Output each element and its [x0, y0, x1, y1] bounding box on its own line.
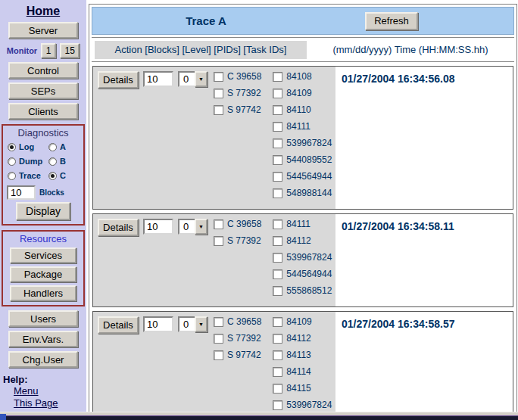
seps-button[interactable]: SEPs [8, 82, 78, 99]
handlers-button[interactable]: Handlers [10, 285, 76, 301]
checkbox-item[interactable]: 84109 [273, 88, 335, 98]
chevron-down-icon[interactable]: ▼ [195, 71, 208, 87]
help-link-menu[interactable]: Menu [14, 385, 86, 397]
checkbox[interactable] [214, 350, 223, 360]
blocks-input[interactable] [143, 316, 173, 332]
users-button[interactable]: Users [8, 310, 78, 327]
home-link[interactable]: Home [27, 5, 60, 18]
radio-dump[interactable]: Dump [8, 157, 48, 166]
package-button[interactable]: Package [10, 266, 76, 282]
checkbox-item[interactable]: 84108 [273, 71, 335, 82]
checkbox-item[interactable]: S 77392 [214, 333, 268, 344]
checkbox-label: 84113 [286, 350, 310, 360]
checkbox-item[interactable]: 539967824 [273, 138, 335, 148]
chg-user-button[interactable]: Chg.User [8, 351, 78, 368]
checkbox[interactable] [273, 188, 282, 198]
checkbox[interactable] [214, 334, 223, 344]
checkbox[interactable] [273, 400, 282, 410]
checkbox-item[interactable]: C 39658 [214, 71, 268, 82]
monitor-1-button[interactable]: 1 [41, 43, 56, 58]
radio-icon[interactable] [48, 157, 57, 166]
radio-icon[interactable] [48, 143, 57, 151]
checkbox[interactable] [273, 219, 282, 229]
level-select[interactable]: 0 ▼ [178, 71, 208, 87]
radio-icon[interactable] [8, 157, 16, 166]
checkbox-item[interactable]: C 39658 [214, 316, 268, 327]
checkbox[interactable] [273, 350, 282, 360]
checkbox[interactable] [273, 286, 282, 296]
services-button[interactable]: Services [10, 247, 76, 263]
radio-b[interactable]: B [48, 157, 79, 166]
checkbox-item[interactable]: 84112 [273, 333, 335, 344]
checkbox[interactable] [214, 89, 223, 98]
checkbox-item[interactable]: S 97742 [214, 350, 268, 360]
checkbox-item[interactable]: 84113 [273, 350, 335, 360]
checkbox[interactable] [273, 253, 282, 263]
checkbox[interactable] [273, 89, 282, 98]
help-link-this-page[interactable]: This Page [14, 397, 86, 409]
checkbox[interactable] [273, 138, 282, 148]
blocks-count-input[interactable] [7, 185, 36, 200]
details-button[interactable]: Details [98, 71, 139, 89]
checkbox[interactable] [273, 269, 282, 279]
blocks-input[interactable] [143, 219, 173, 235]
checkbox[interactable] [273, 72, 282, 82]
blocks-input[interactable] [143, 71, 173, 87]
checkbox[interactable] [273, 155, 282, 165]
checkbox-item[interactable]: 84111 [273, 219, 335, 229]
checkbox[interactable] [273, 122, 282, 132]
level-select[interactable]: 0 ▼ [178, 316, 208, 332]
radio-icon[interactable] [8, 143, 16, 151]
checkbox-label: 544564944 [286, 269, 332, 279]
checkbox-item[interactable]: 539967824 [273, 252, 335, 263]
radio-icon[interactable] [48, 172, 57, 180]
checkbox-item[interactable]: 84112 [273, 235, 335, 246]
checkbox-item[interactable]: 544564944 [273, 171, 335, 182]
checkbox[interactable] [273, 384, 282, 394]
checkbox-item[interactable]: C 39658 [214, 219, 268, 229]
checkbox-item[interactable]: 84114 [273, 366, 335, 377]
checkbox[interactable] [214, 317, 223, 327]
display-button[interactable]: Display [16, 202, 70, 220]
level-value: 0 [178, 316, 195, 332]
radio-trace[interactable]: Trace [8, 171, 48, 180]
checkbox-item[interactable]: 544564944 [273, 269, 335, 279]
checkbox-item[interactable]: 544089552 [273, 154, 335, 165]
control-button[interactable]: Control [8, 62, 78, 79]
checkbox-item[interactable]: 539967824 [273, 400, 335, 410]
checkbox[interactable] [214, 105, 223, 115]
checkbox-item[interactable]: 84109 [273, 316, 335, 327]
monitor-15-button[interactable]: 15 [60, 43, 80, 58]
checkbox-item[interactable]: S 97742 [214, 104, 268, 115]
chevron-down-icon[interactable]: ▼ [195, 219, 208, 235]
radio-log[interactable]: Log [8, 142, 48, 151]
checkbox[interactable] [214, 219, 223, 229]
checkbox[interactable] [273, 236, 282, 246]
radio-c[interactable]: C [48, 171, 79, 180]
checkbox-item[interactable]: 555868512 [273, 285, 335, 296]
radio-icon[interactable] [8, 172, 16, 180]
checkbox[interactable] [273, 367, 282, 377]
details-button[interactable]: Details [98, 219, 139, 236]
task-ids-column: 84108 84109 84110 84111 539967824 544089… [273, 71, 335, 204]
checkbox-item[interactable]: S 77392 [214, 235, 268, 246]
chevron-down-icon[interactable]: ▼ [195, 316, 208, 332]
checkbox-item[interactable]: 548988144 [273, 188, 335, 198]
server-button[interactable]: Server [8, 22, 78, 39]
checkbox-item[interactable]: 84115 [273, 383, 335, 394]
checkbox[interactable] [273, 334, 282, 344]
checkbox[interactable] [273, 317, 282, 327]
details-button[interactable]: Details [98, 316, 139, 334]
checkbox[interactable] [214, 72, 223, 82]
level-select[interactable]: 0 ▼ [178, 219, 208, 235]
env-vars-button[interactable]: Env.Vars. [8, 331, 78, 347]
radio-a[interactable]: A [48, 142, 79, 151]
refresh-button[interactable]: Refresh [365, 12, 418, 30]
checkbox-item[interactable]: S 77392 [214, 88, 268, 98]
checkbox-item[interactable]: 84111 [273, 121, 335, 132]
checkbox[interactable] [273, 172, 282, 182]
checkbox[interactable] [273, 105, 282, 115]
clients-button[interactable]: Clients [8, 103, 78, 120]
checkbox-item[interactable]: 84110 [273, 104, 335, 115]
checkbox[interactable] [214, 236, 223, 246]
